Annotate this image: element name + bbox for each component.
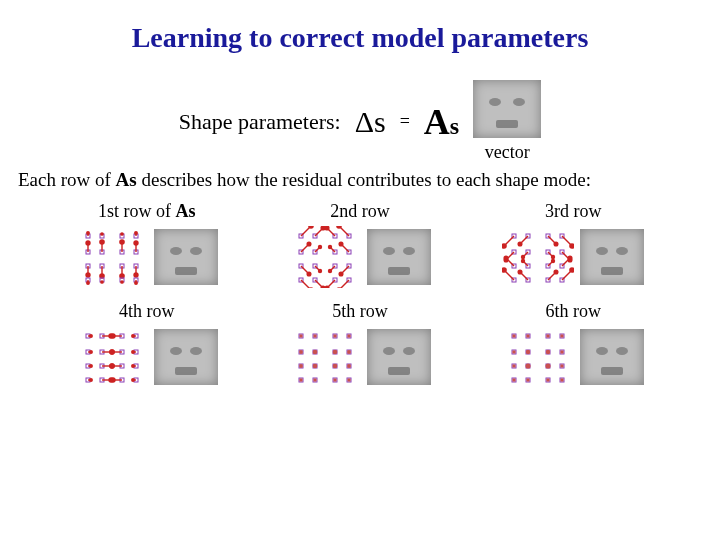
svg-point-70 [306,271,311,276]
shape-equation-line: Shape parameters: Δs = As vector [0,80,720,163]
svg-point-97 [518,241,523,246]
svg-point-201 [333,350,338,355]
matrix-symbol: As [424,101,459,143]
row-grid: 1st row of As2nd row3rd row4th row5th ro… [40,201,680,393]
svg-point-151 [131,334,135,338]
svg-point-225 [547,334,551,338]
row-label: 2nd row [253,201,466,222]
svg-point-148 [110,333,115,338]
shape-mode-vector-diagram [76,226,148,288]
svg-point-64 [328,245,332,249]
svg-point-245 [513,378,517,382]
svg-point-6 [120,232,124,236]
svg-point-215 [313,378,317,382]
svg-point-36 [86,281,90,285]
svg-point-40 [120,280,124,284]
svg-point-235 [561,350,565,354]
svg-point-227 [561,334,565,338]
svg-point-221 [513,334,517,338]
row-label: 5th row [253,301,466,322]
svg-point-175 [131,364,135,368]
svg-point-247 [527,378,531,382]
svg-point-163 [131,350,135,354]
svg-point-249 [547,378,551,382]
svg-point-219 [347,378,351,382]
svg-point-15 [99,239,105,245]
delta-s-symbol: Δs [355,105,386,139]
svg-point-12 [85,240,90,245]
svg-line-81 [301,280,311,288]
row-label: 4th row [40,301,253,322]
svg-point-166 [89,364,93,368]
diagram-face-pair [502,226,644,288]
svg-point-191 [313,334,317,338]
svg-point-243 [561,364,565,368]
svg-point-2 [86,231,90,235]
svg-point-100 [554,241,559,246]
svg-point-211 [347,364,351,368]
face-residual-image [367,229,431,285]
face-residual-image [367,329,431,385]
svg-point-67 [338,241,343,246]
shape-mode-vector-diagram [502,226,574,288]
svg-point-189 [299,334,303,338]
equals-text: = [400,111,410,132]
svg-point-79 [338,271,343,276]
svg-point-109 [521,255,525,259]
explanation-text: Each row of As describes how the residua… [18,169,702,191]
svg-point-127 [568,255,573,260]
svg-point-197 [299,350,303,354]
diagram-face-pair [76,226,218,288]
diagram-face-pair [289,326,431,388]
svg-point-9 [134,231,138,235]
svg-point-121 [521,259,525,263]
vector-label: vector [485,142,530,163]
svg-point-237 [513,364,517,368]
svg-point-43 [134,281,138,285]
svg-point-239 [526,363,531,368]
row-label: 3rd row [467,201,680,222]
svg-point-195 [347,334,351,338]
diagram-face-pair [502,326,644,388]
face-residual-image [154,229,218,285]
svg-point-124 [551,259,555,263]
svg-point-213 [299,378,303,382]
residual-vector-image [473,80,541,138]
svg-point-154 [89,350,93,354]
svg-point-209 [333,364,338,369]
svg-point-217 [333,378,337,382]
shape-mode-cell: 6th row [467,301,680,393]
svg-point-136 [554,269,559,274]
shape-mode-cell: 3rd row [467,201,680,293]
svg-point-229 [513,350,517,354]
svg-point-251 [561,378,565,382]
slide-title: Learning to correct model parameters [0,22,720,54]
shape-mode-vector-diagram [289,326,361,388]
shape-mode-cell: 4th row [40,301,253,393]
svg-point-207 [313,364,318,369]
svg-point-241 [546,363,551,368]
svg-point-73 [318,269,322,273]
svg-point-178 [89,378,93,382]
shape-mode-vector-diagram [289,226,361,288]
svg-point-193 [333,334,337,338]
shape-parameters-label: Shape parameters: [179,109,341,135]
svg-point-61 [318,245,322,249]
svg-point-118 [504,255,509,260]
shape-mode-vector-diagram [502,326,574,388]
svg-point-58 [306,241,311,246]
shape-mode-cell: 1st row of As [40,201,253,293]
diagram-face-pair [289,226,431,288]
svg-point-4 [100,232,104,236]
svg-point-184 [110,377,115,382]
row-label: 1st row of As [40,201,253,222]
svg-point-112 [551,255,555,259]
shape-mode-vector-diagram [76,326,148,388]
svg-point-142 [89,334,93,338]
svg-point-21 [133,240,138,245]
svg-point-133 [518,269,523,274]
svg-point-24 [85,272,90,277]
face-residual-image [580,229,644,285]
svg-point-203 [347,350,351,354]
svg-point-233 [546,350,550,354]
